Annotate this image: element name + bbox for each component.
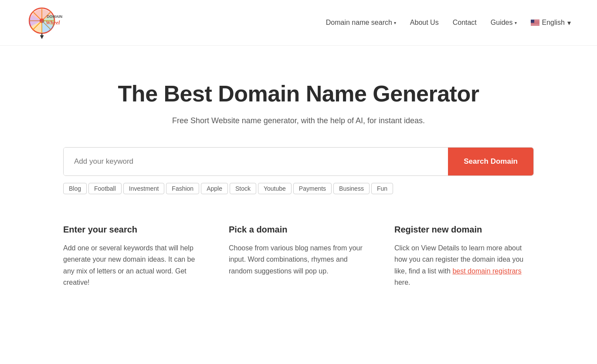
svg-marker-7 bbox=[40, 35, 44, 39]
search-bar: Search Domain bbox=[63, 147, 534, 176]
keyword-tags: BlogFootballInvestmentFashionAppleStockY… bbox=[63, 183, 534, 194]
best-domain-registrars-link[interactable]: best domain registrars bbox=[452, 267, 521, 275]
keyword-tag[interactable]: Fashion bbox=[166, 183, 199, 194]
feature-register-domain: Register new domain Click on View Detail… bbox=[394, 225, 534, 289]
feature-enter-search: Enter your search Add one or several key… bbox=[63, 225, 203, 289]
keyword-tag[interactable]: Football bbox=[88, 183, 122, 194]
page-title: The Best Domain Name Generator bbox=[118, 81, 479, 107]
language-selector[interactable]: English ▾ bbox=[531, 19, 571, 27]
main-nav: Domain name search ▾ About Us Contact Gu… bbox=[326, 19, 571, 27]
search-input[interactable] bbox=[64, 148, 448, 175]
chevron-down-icon: ▾ bbox=[394, 20, 396, 25]
feature-register-domain-title: Register new domain bbox=[394, 225, 534, 235]
search-container: Search Domain bbox=[63, 147, 534, 176]
logo-icon: DOMAIN Wheel bbox=[26, 5, 65, 40]
feature-pick-domain: Pick a domain Choose from various blog n… bbox=[229, 225, 368, 289]
keyword-tag[interactable]: Blog bbox=[63, 183, 87, 194]
chevron-down-icon: ▾ bbox=[515, 20, 517, 25]
svg-text:Wheel: Wheel bbox=[46, 20, 60, 26]
svg-rect-18 bbox=[531, 24, 539, 24]
register-text-after: here. bbox=[394, 279, 410, 286]
hero-subtitle: Free Short Website name generator, with … bbox=[172, 116, 425, 125]
keyword-tag[interactable]: Payments bbox=[293, 183, 332, 194]
svg-text:DOMAIN: DOMAIN bbox=[47, 14, 62, 19]
nav-guides[interactable]: Guides ▾ bbox=[491, 19, 517, 27]
us-flag-icon bbox=[531, 20, 539, 26]
feature-enter-search-text: Add one or several keywords that will he… bbox=[63, 243, 203, 289]
svg-rect-20 bbox=[531, 24, 539, 25]
feature-register-domain-text: Click on View Details to learn more abou… bbox=[394, 243, 534, 289]
site-header: DOMAIN Wheel Domain name search ▾ About … bbox=[0, 0, 597, 46]
feature-pick-domain-text: Choose from various blog names from your… bbox=[229, 243, 368, 277]
keyword-tag[interactable]: Youtube bbox=[258, 183, 292, 194]
keyword-tag[interactable]: Business bbox=[333, 183, 370, 194]
nav-about-us[interactable]: About Us bbox=[410, 19, 439, 27]
chevron-down-icon: ▾ bbox=[567, 19, 571, 27]
keyword-tag[interactable]: Apple bbox=[201, 183, 228, 194]
keyword-tag[interactable]: Fun bbox=[371, 183, 393, 194]
svg-rect-22 bbox=[531, 20, 534, 23]
main-content: The Best Domain Name Generator Free Shor… bbox=[0, 46, 597, 315]
keyword-tag[interactable]: Investment bbox=[123, 183, 164, 194]
feature-pick-domain-title: Pick a domain bbox=[229, 225, 368, 235]
nav-contact[interactable]: Contact bbox=[453, 19, 477, 27]
search-domain-button[interactable]: Search Domain bbox=[448, 148, 533, 175]
feature-enter-search-title: Enter your search bbox=[63, 225, 203, 235]
svg-rect-17 bbox=[531, 23, 539, 24]
logo-area[interactable]: DOMAIN Wheel bbox=[26, 5, 65, 40]
svg-rect-19 bbox=[531, 24, 539, 24]
features-section: Enter your search Add one or several key… bbox=[63, 225, 534, 289]
svg-rect-21 bbox=[531, 25, 539, 25]
keyword-tag[interactable]: Stock bbox=[230, 183, 256, 194]
nav-domain-search[interactable]: Domain name search ▾ bbox=[326, 19, 396, 27]
